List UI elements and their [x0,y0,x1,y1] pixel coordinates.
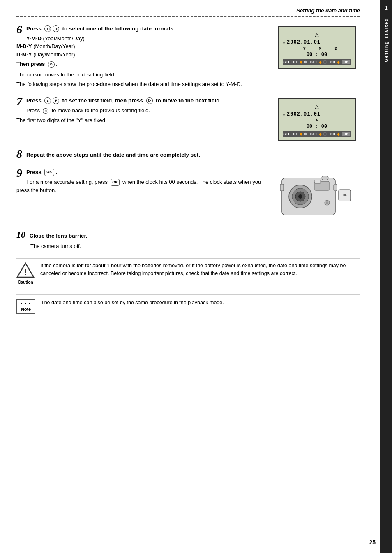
step-10-header: Close the lens barrier. [30,233,88,239]
step-8-number: 8 [16,149,22,160]
step-6-formats: Y-M-D (Year/Month/Day) M-D-Y (Month/Day/… [16,35,270,68]
svg-point-4 [298,194,302,199]
svg-rect-13 [334,184,337,191]
lcd1-icon: △ [283,30,351,39]
caution-label: Caution [18,280,33,285]
svg-text:OK: OK [343,194,347,197]
step-7-prev-text: to move back to the previous setting fie… [52,107,150,113]
step-6-text: 6 Press ◁ ▷ to select one of the followi… [16,25,270,88]
set-icon: ⊙ [48,61,55,68]
note-dots-text: • • • [20,301,32,306]
step-7-text: 7 Press ▲ ▼ to set the first field, then… [16,97,270,125]
lcd2-bar: SELECT◆⊕ SET◆⊟ GO◆OK [283,131,351,137]
down-arrow-icon: ▼ [53,97,59,104]
sidebar-label: Getting started [384,18,389,62]
lcd2-time: 00 : 00 [283,124,351,130]
lcd-screen-1: △ △ 2002.01.01 — Y — M — D 00 : 00 SELEC… [278,26,356,69]
svg-point-7 [321,176,329,180]
next-icon: ▷ [146,97,153,104]
step-10-number: 10 [16,229,25,240]
step-8-header: Repeat the above steps until the date an… [16,149,360,159]
step-7-number: 7 [16,97,22,107]
up-arrow-icon: ▲ [44,97,51,104]
step-7-lcd: △ △ 2002.01.01 ▲ 00 : 00 SELECT◆⊕ SET◆⊟ … [278,97,360,141]
step-6-header: Press ◁ ▷ to select one of the following… [16,25,270,33]
step-6-body2: The following steps show the procedure u… [16,80,270,88]
caution-icon-container: ! Caution [16,262,35,285]
step-9-body: For a more accurate setting, press OK wh… [16,178,270,194]
step-10-section: 10 Close the lens barrier. The camera tu… [16,229,360,250]
lcd2-icon: △ [283,102,351,111]
step-7-section: 7 Press ▲ ▼ to set the first field, then… [16,97,360,141]
lcd1-bar: SELECT◆⊕ SET◆⊟ GO◆OK [283,59,351,65]
step-6-body1: The cursor moves to the next setting fie… [16,71,270,79]
note-label: Note [20,306,32,312]
step-6-section: 6 Press ◁ ▷ to select one of the followi… [16,25,360,88]
warning-triangle-icon: ! [16,262,35,278]
step-10-body: The camera turns off. [30,242,360,250]
note-section: • • • Note The date and time can also be… [16,294,360,317]
note-icon-container: • • • Note [16,299,35,314]
svg-point-11 [326,201,328,204]
ok-button-icon-2: OK [111,179,120,186]
step-6-lcd: △ △ 2002.01.01 — Y — M — D 00 : 00 SELEC… [278,25,360,69]
ok-button-icon: OK [44,169,54,176]
left-arrow-icon: ◁ [44,25,51,32]
step-9-camera-image: OK [278,168,360,221]
lcd2-underline-digit: 2 [297,111,300,117]
caution-text: If the camera is left for about 1 hour w… [40,262,360,278]
step-7-body3: The first two digits of the "Y" are fixe… [16,116,270,125]
lcd1-date: △ 2002.01.01 [283,39,351,45]
lcd1-ymd: — Y — M — D [283,46,351,51]
step-9-header: Press OK . [16,168,270,176]
note-dots: • • • Note [16,299,35,314]
caution-section: ! Caution If the camera is left for abou… [16,258,360,288]
lcd2-underline-indicator: ▲ [283,118,351,122]
back-icon: ◁ [43,108,48,114]
svg-rect-12 [280,184,284,191]
page-number: 25 [369,539,376,546]
svg-text:!: ! [24,268,27,277]
note-text: The date and time can also be set by the… [41,299,360,307]
then-press-label: Then press [16,61,45,67]
page-title: Setting the date and time [296,7,360,14]
caution-triangle: ! [16,262,35,278]
step-7-body1: Press ◁ to move back to the previous set… [16,106,270,115]
lcd1-time: 00 : 00 [283,52,351,58]
step-8-section: 8 Repeat the above steps until the date … [16,149,360,160]
camera-svg: OK [278,170,354,221]
step-6-number: 6 [16,25,22,35]
top-divider [16,16,360,17]
lcd-screen-2: △ △ 2002.01.01 ▲ 00 : 00 SELECT◆⊕ SET◆⊟ … [278,98,356,141]
sidebar-page-number: 1 [385,5,387,11]
lcd2-date: △ 2002.01.01 [283,111,351,117]
step-9-section: 9 Press OK . For a more accurate setting… [16,168,360,221]
right-arrow-icon: ▷ [53,25,59,32]
step-9-number: 9 [16,168,22,179]
step-9-text: 9 Press OK . For a more accurate setting… [16,168,270,194]
page-header: Setting the date and time [16,7,360,14]
sidebar: 1 Getting started [380,0,392,553]
step-7-header: Press ▲ ▼ to set the first field, then p… [16,97,270,105]
svg-rect-6 [315,180,321,183]
